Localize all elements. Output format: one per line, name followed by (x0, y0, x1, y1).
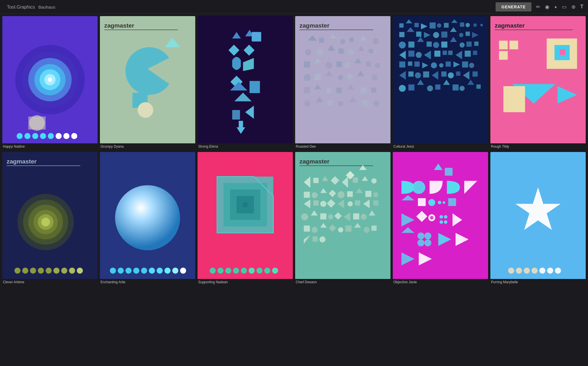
svg-marker-113 (399, 51, 406, 59)
fill-icon[interactable]: ⬧ (554, 4, 557, 10)
svg-marker-228 (304, 199, 310, 208)
svg-marker-151 (467, 80, 474, 85)
svg-rect-239 (320, 213, 326, 219)
svg-point-110 (459, 43, 465, 48)
card-rough-tildy[interactable]: zagmaster Rough Tildy (490, 16, 586, 150)
svg-rect-160 (499, 51, 508, 60)
svg-marker-42 (360, 35, 367, 41)
svg-point-92 (480, 24, 483, 26)
card-objective-janie[interactable]: Objective Janie (393, 152, 488, 286)
svg-point-198 (210, 267, 216, 273)
card-chief-deeann[interactable]: zagmaster (295, 152, 390, 286)
card-clever-arliene[interactable]: zagmaster Clever Arlie (2, 152, 98, 286)
svg-point-173 (22, 267, 28, 273)
svg-point-174 (30, 267, 36, 273)
palette-icon[interactable]: ◉ (545, 4, 550, 10)
svg-rect-95 (416, 32, 421, 37)
card-roasted-dee[interactable]: zagmaster (295, 16, 390, 150)
generate-button[interactable]: GENERATE (496, 2, 531, 11)
svg-rect-70 (336, 87, 342, 93)
svg-marker-133 (399, 71, 406, 80)
svg-rect-45 (316, 48, 324, 57)
svg-point-182 (110, 267, 116, 273)
card-label: Purring Marybelle (490, 279, 586, 285)
svg-point-202 (241, 267, 247, 273)
svg-marker-62 (326, 71, 333, 76)
svg-rect-117 (434, 51, 440, 57)
card-supporting-nadean[interactable]: Supporting Nadean (198, 152, 293, 286)
svg-point-184 (125, 267, 131, 273)
svg-point-6 (48, 78, 52, 82)
svg-rect-267 (448, 198, 456, 206)
svg-rect-119 (448, 51, 452, 55)
svg-point-280 (424, 232, 431, 239)
svg-point-191 (180, 267, 186, 273)
card-strong-elena[interactable]: Strong Elena (198, 16, 293, 150)
card-purring-marybelle[interactable]: Purring Marybelle (490, 152, 586, 286)
app-logo: Tool.Graphics Bauhaus (5, 3, 55, 10)
svg-rect-47 (339, 49, 344, 54)
svg-marker-65 (357, 71, 365, 76)
card-enchanting-arlie[interactable]: Enchanting Arlie (100, 152, 195, 286)
card-label: Cultural Jessi (393, 143, 488, 150)
card-grumpy-dyana[interactable]: zagmaster Grumpy Dyana (100, 16, 195, 150)
svg-rect-93 (399, 32, 405, 37)
svg-marker-88 (451, 20, 458, 23)
svg-marker-20 (165, 38, 180, 47)
svg-rect-58 (366, 61, 371, 67)
svg-marker-283 (456, 233, 469, 246)
frame-icon[interactable]: ▭ (562, 4, 567, 10)
svg-point-291 (539, 267, 546, 273)
svg-point-16 (71, 133, 77, 139)
svg-rect-158 (499, 41, 508, 49)
svg-rect-138 (441, 72, 446, 77)
svg-point-203 (249, 267, 255, 273)
svg-point-274 (444, 215, 447, 218)
svg-rect-243 (353, 213, 359, 219)
card-happy-nadine[interactable]: Happy Nadine (2, 16, 98, 150)
svg-marker-37 (308, 35, 317, 41)
svg-point-72 (360, 87, 367, 94)
svg-text:zagmaster: zagmaster (299, 158, 329, 165)
svg-point-201 (233, 267, 239, 273)
svg-point-204 (256, 267, 262, 273)
svg-marker-277 (401, 227, 414, 233)
svg-marker-145 (417, 80, 424, 85)
link-icon[interactable]: ⊕ (571, 4, 576, 10)
svg-rect-224 (347, 191, 353, 197)
svg-marker-120 (456, 51, 462, 59)
svg-point-289 (524, 267, 530, 273)
svg-text:zagmaster: zagmaster (7, 158, 36, 165)
svg-point-223 (338, 191, 345, 198)
svg-rect-24 (252, 32, 261, 41)
svg-rect-196 (243, 203, 247, 207)
svg-point-266 (443, 201, 445, 204)
svg-marker-245 (369, 210, 376, 215)
svg-point-278 (417, 232, 424, 239)
svg-marker-57 (355, 58, 362, 63)
svg-marker-141 (463, 71, 469, 80)
svg-rect-79 (362, 100, 368, 106)
card-label: Grumpy Dyana (100, 143, 195, 150)
svg-marker-96 (424, 32, 431, 38)
svg-marker-53 (314, 58, 321, 63)
text-icon[interactable]: T (580, 4, 583, 10)
svg-point-183 (118, 267, 124, 273)
svg-marker-232 (338, 199, 344, 208)
svg-rect-81 (399, 23, 404, 28)
svg-point-115 (416, 52, 422, 58)
svg-point-230 (320, 201, 326, 207)
svg-point-80 (374, 101, 380, 107)
svg-point-233 (348, 201, 353, 206)
pencil-icon[interactable]: ✏ (536, 4, 540, 10)
svg-rect-76 (328, 100, 333, 105)
svg-point-54 (326, 62, 332, 69)
svg-rect-114 (408, 51, 414, 57)
svg-rect-122 (473, 51, 477, 55)
svg-rect-251 (345, 226, 351, 232)
svg-marker-262 (401, 195, 414, 200)
card-cultural-jessi[interactable]: Cultural Jessi (393, 16, 488, 150)
svg-point-146 (427, 85, 433, 91)
svg-point-290 (531, 267, 537, 273)
svg-point-185 (133, 267, 139, 273)
